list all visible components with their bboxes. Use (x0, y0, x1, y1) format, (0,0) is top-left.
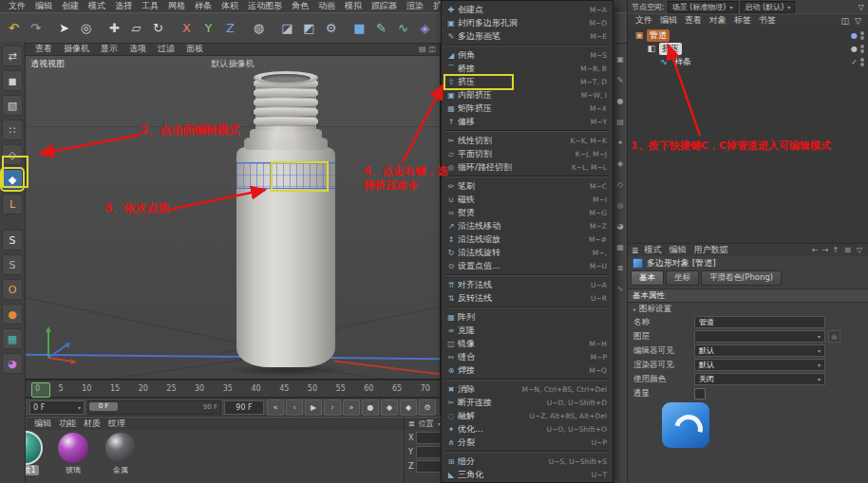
node-space-select[interactable]: 场景 (标准物理)▾ (668, 1, 738, 13)
context-menu-item[interactable]: ↕ 沿法线缩放 M~# (442, 232, 613, 246)
object-manager-menu-item[interactable]: 书签 (755, 14, 780, 27)
context-menu-item[interactable]: ▦ 矩阵挤压 M~X (442, 102, 613, 115)
context-menu-item[interactable]: ↗ 沿法线移动 M~Z (442, 219, 613, 232)
polygons-mode-icon[interactable]: ◆ (2, 169, 23, 190)
menubar-item[interactable]: 运动图形 (243, 0, 287, 12)
context-menu-item[interactable]: ◫ 镜像 M~H (442, 337, 613, 350)
context-menu-item[interactable]: ◢ 倒角 M~S (442, 48, 613, 62)
material-menu-item[interactable]: 编辑 (30, 418, 55, 430)
context-menu-item[interactable]: ↑ 偏移 M~Y (442, 115, 613, 128)
layer-picker-icon[interactable]: ◎ (828, 330, 840, 343)
viewport-maximize-icon[interactable]: ▤ (419, 45, 426, 53)
model-mode-icon[interactable]: ◼ (2, 70, 23, 91)
context-menu-item[interactable]: ⊙ 设置点值... M~U (442, 259, 613, 272)
mograph-icon[interactable]: ◈ (414, 17, 436, 39)
scene-icon[interactable]: ▦ (616, 243, 624, 251)
menubar-item[interactable]: 模拟 (340, 0, 367, 12)
deformer-icon[interactable]: ◇ (617, 180, 623, 189)
menubar-item[interactable]: 体积 (217, 0, 243, 12)
end-frame-field[interactable]: 90 F (224, 400, 264, 415)
history-nav-icon[interactable]: → (821, 246, 831, 254)
keyframe-position-button[interactable]: ◆ (381, 399, 398, 416)
object-tag-icon[interactable]: ● (851, 45, 858, 53)
paint-tool-icon[interactable]: ◕ (2, 353, 23, 374)
visibility-dots[interactable] (860, 44, 864, 54)
search-icon[interactable]: ▽ (855, 246, 864, 254)
object-name[interactable]: 挤压 (659, 43, 682, 55)
edges-mode-icon[interactable]: ◇ (2, 144, 23, 165)
menubar-item[interactable]: 角色 (287, 0, 313, 12)
context-menu-item[interactable]: ✂ 线性切割 K~K, M~K (442, 134, 613, 147)
menubar-item[interactable]: 样条 (190, 0, 217, 12)
rotate-tool-icon[interactable]: ↻ (147, 17, 169, 39)
viewport-menu-item[interactable]: 过滤 (152, 43, 180, 55)
attribute-menu-item[interactable]: 编辑 (666, 244, 690, 256)
viewport-menu-item[interactable]: 显示 (95, 43, 123, 55)
tab-basic[interactable]: 基本 (631, 270, 664, 286)
context-menu-item[interactable]: ✂ 断开连接 U~D, U~Shift+D (442, 396, 613, 409)
viewport-split-icon[interactable]: ◫ (428, 45, 436, 53)
object-name[interactable]: 样条 (671, 56, 694, 68)
move-tool-icon[interactable]: ✚ (104, 17, 125, 39)
texture-mode-icon[interactable]: ▧ (2, 95, 23, 116)
context-menu-item[interactable]: ≡ 克隆 (442, 324, 613, 337)
viewport-menu-item[interactable]: 摄像机 (58, 43, 95, 55)
play-button[interactable]: ▶ (305, 399, 322, 416)
history-nav-icon[interactable]: ↑ (830, 246, 840, 254)
coordinate-menu-icon[interactable]: ≣ (408, 419, 415, 428)
bottle-model[interactable] (221, 71, 350, 379)
selection-tool-icon[interactable]: ➤ (53, 17, 75, 39)
z-axis-lock-icon[interactable]: Z (219, 17, 241, 39)
context-menu-item[interactable]: ⋔ 分裂 U~P (442, 436, 613, 449)
prev-key-button[interactable]: ‹ (286, 399, 303, 416)
object-manager-menu-item[interactable]: 编辑 (656, 14, 681, 27)
viewport[interactable]: 查看摄像机显示选项过滤面板 ▤ ◫ 透视视图 默认摄像机 (25, 42, 441, 380)
quantize-icon[interactable]: O (2, 279, 23, 300)
material-preview-sphere[interactable] (58, 433, 88, 463)
context-menu-item[interactable]: ◣ 三角化 U~T (442, 468, 613, 481)
material-item[interactable]: 金属 (99, 433, 142, 475)
context-menu-item[interactable]: ✎ 多边形画笔 M~E (442, 29, 613, 43)
context-menu-item[interactable]: ✏ 笔刷 M~C (442, 179, 613, 193)
x-axis-lock-icon[interactable]: X (176, 17, 198, 39)
material-icon[interactable]: ◕ (617, 222, 624, 231)
spinner-icon[interactable]: ▾ (78, 404, 81, 411)
om-search-icon[interactable]: ▽ (852, 16, 864, 26)
icon-settings-group[interactable]: ▸ 图标设置 (628, 303, 868, 315)
context-menu-item[interactable]: ▣ 封闭多边形孔洞 M~D (442, 16, 613, 29)
menubar-item[interactable]: 选择 (110, 0, 137, 12)
tab-phong[interactable]: 平滑着色(Phong) (701, 270, 782, 286)
context-menu-item[interactable]: ▱ 平面切割 K~J, M~J (442, 147, 613, 160)
name-input[interactable]: 管道 (694, 316, 825, 328)
use-color-select[interactable]: 关闭▾ (694, 373, 825, 385)
array-tool-icon[interactable]: ▦ (2, 328, 23, 349)
xray-checkbox[interactable] (694, 388, 706, 399)
menubar-item[interactable]: 工具 (137, 0, 163, 12)
context-menu-item[interactable]: ≈ 熨烫 M~G (442, 206, 613, 219)
selected-polygon-band[interactable] (236, 162, 335, 189)
object-name[interactable]: 管道 (647, 29, 670, 42)
menubar-item[interactable]: 模式 (84, 0, 110, 12)
enable-axis-icon[interactable]: L (2, 194, 23, 214)
goto-end-button[interactable]: » (343, 399, 360, 416)
context-menu-item[interactable]: ⇧ 挤压 M~T, D (442, 75, 613, 88)
coordinate-system-icon[interactable]: ◍ (248, 17, 270, 39)
frame-range-slider[interactable]: 0 F 90 F (87, 400, 221, 415)
filter-icon[interactable]: ▽ (859, 3, 864, 11)
editor-visibility-select[interactable]: 默认▾ (694, 344, 825, 357)
undo-icon[interactable]: ↶ (3, 17, 25, 39)
pen-icon[interactable]: ✎ (617, 76, 624, 84)
object-manager-menu-item[interactable]: 文件 (632, 14, 656, 27)
menubar-item[interactable]: 动画 (313, 0, 340, 12)
context-menu-item[interactable]: ⊕ 焊接 M~Q (442, 363, 613, 377)
tab-coordinates[interactable]: 坐标 (666, 270, 699, 286)
context-menu-item[interactable]: ▣ 内部挤压 M~W, I (442, 88, 613, 102)
points-mode-icon[interactable]: ∷ (2, 120, 23, 140)
render-view-icon[interactable]: ◪ (276, 17, 298, 39)
object-manager-menu-item[interactable]: 查看 (681, 14, 706, 27)
keyframe-scale-button[interactable]: ◆ (400, 399, 417, 416)
live-selection-icon[interactable]: ◎ (75, 17, 97, 39)
spline-tool-icon[interactable]: ∿ (392, 17, 414, 39)
coordinate-mode-label[interactable]: 位置 (419, 418, 434, 429)
context-menu-item[interactable]: ⇈ 对齐法线 U~A (442, 278, 613, 291)
